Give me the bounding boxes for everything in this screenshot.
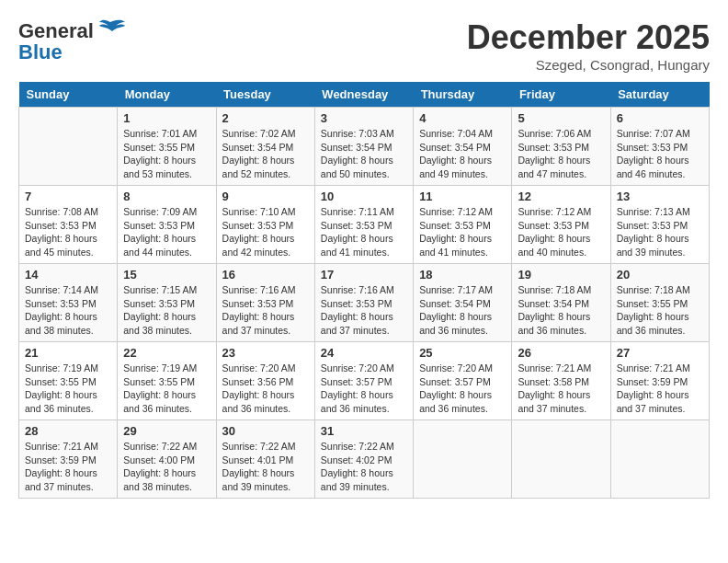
calendar-cell: 24Sunrise: 7:20 AM Sunset: 3:57 PM Dayli… [314, 342, 413, 420]
day-info: Sunrise: 7:03 AM Sunset: 3:54 PM Dayligh… [321, 127, 407, 181]
day-number: 20 [617, 268, 703, 282]
day-info: Sunrise: 7:04 AM Sunset: 3:54 PM Dayligh… [419, 127, 506, 181]
day-info: Sunrise: 7:08 AM Sunset: 3:53 PM Dayligh… [25, 205, 111, 259]
calendar-cell: 12Sunrise: 7:12 AM Sunset: 3:53 PM Dayli… [512, 186, 610, 264]
day-info: Sunrise: 7:22 AM Sunset: 4:00 PM Dayligh… [123, 440, 210, 494]
day-number: 23 [222, 346, 309, 360]
calendar-week-1: 1Sunrise: 7:01 AM Sunset: 3:55 PM Daylig… [19, 108, 710, 186]
day-number: 2 [222, 111, 309, 125]
day-number: 18 [419, 268, 506, 282]
calendar-cell [512, 420, 610, 499]
day-info: Sunrise: 7:16 AM Sunset: 3:53 PM Dayligh… [222, 283, 309, 338]
calendar-cell: 19Sunrise: 7:18 AM Sunset: 3:54 PM Dayli… [512, 264, 610, 342]
day-info: Sunrise: 7:22 AM Sunset: 4:02 PM Dayligh… [321, 440, 407, 494]
day-number: 10 [321, 190, 407, 203]
day-info: Sunrise: 7:10 AM Sunset: 3:53 PM Dayligh… [222, 205, 309, 259]
calendar-cell: 15Sunrise: 7:15 AM Sunset: 3:53 PM Dayli… [118, 264, 216, 342]
column-header-sunday: Sunday [19, 82, 118, 108]
day-info: Sunrise: 7:19 AM Sunset: 3:55 PM Dayligh… [123, 362, 210, 416]
calendar-cell: 29Sunrise: 7:22 AM Sunset: 4:00 PM Dayli… [118, 420, 216, 499]
calendar-week-3: 14Sunrise: 7:14 AM Sunset: 3:53 PM Dayli… [19, 264, 710, 342]
day-info: Sunrise: 7:12 AM Sunset: 3:53 PM Dayligh… [518, 205, 604, 259]
day-number: 4 [419, 111, 506, 125]
calendar-cell: 21Sunrise: 7:19 AM Sunset: 3:55 PM Dayli… [19, 342, 118, 420]
day-number: 5 [518, 111, 604, 125]
calendar-week-4: 21Sunrise: 7:19 AM Sunset: 3:55 PM Dayli… [19, 342, 710, 420]
calendar-cell: 16Sunrise: 7:16 AM Sunset: 3:53 PM Dayli… [216, 264, 314, 342]
day-number: 22 [123, 346, 210, 360]
day-info: Sunrise: 7:01 AM Sunset: 3:55 PM Dayligh… [123, 127, 210, 181]
calendar-cell: 10Sunrise: 7:11 AM Sunset: 3:53 PM Dayli… [314, 186, 413, 264]
calendar-cell: 30Sunrise: 7:22 AM Sunset: 4:01 PM Dayli… [216, 420, 314, 499]
day-info: Sunrise: 7:20 AM Sunset: 3:57 PM Dayligh… [419, 362, 506, 416]
calendar-cell [610, 420, 709, 499]
day-number: 17 [321, 268, 407, 282]
calendar-cell: 23Sunrise: 7:20 AM Sunset: 3:56 PM Dayli… [216, 342, 314, 420]
day-info: Sunrise: 7:18 AM Sunset: 3:55 PM Dayligh… [617, 283, 703, 338]
column-header-wednesday: Wednesday [314, 82, 413, 108]
day-info: Sunrise: 7:22 AM Sunset: 4:01 PM Dayligh… [222, 440, 309, 494]
location: Szeged, Csongrad, Hungary [467, 57, 710, 73]
day-number: 27 [617, 346, 703, 360]
calendar-body: 1Sunrise: 7:01 AM Sunset: 3:55 PM Daylig… [19, 108, 710, 499]
logo-bird-icon [94, 18, 127, 44]
calendar-cell: 2Sunrise: 7:02 AM Sunset: 3:54 PM Daylig… [216, 108, 314, 186]
calendar-cell: 31Sunrise: 7:22 AM Sunset: 4:02 PM Dayli… [314, 420, 413, 499]
day-number: 30 [222, 424, 309, 438]
day-info: Sunrise: 7:21 AM Sunset: 3:59 PM Dayligh… [617, 362, 703, 416]
day-info: Sunrise: 7:09 AM Sunset: 3:53 PM Dayligh… [123, 205, 210, 259]
day-info: Sunrise: 7:06 AM Sunset: 3:53 PM Dayligh… [518, 127, 604, 181]
calendar-cell: 8Sunrise: 7:09 AM Sunset: 3:53 PM Daylig… [118, 186, 216, 264]
calendar-cell: 13Sunrise: 7:13 AM Sunset: 3:53 PM Dayli… [610, 186, 709, 264]
calendar-cell: 14Sunrise: 7:14 AM Sunset: 3:53 PM Dayli… [19, 264, 118, 342]
day-number: 11 [419, 190, 506, 203]
day-info: Sunrise: 7:20 AM Sunset: 3:56 PM Dayligh… [222, 362, 309, 416]
day-number: 7 [25, 190, 111, 203]
day-number: 26 [518, 346, 604, 360]
calendar-cell [414, 420, 512, 499]
day-info: Sunrise: 7:18 AM Sunset: 3:54 PM Dayligh… [518, 283, 604, 338]
day-info: Sunrise: 7:21 AM Sunset: 3:59 PM Dayligh… [25, 440, 111, 494]
column-header-friday: Friday [512, 82, 610, 108]
day-number: 31 [321, 424, 407, 438]
day-info: Sunrise: 7:11 AM Sunset: 3:53 PM Dayligh… [321, 205, 407, 259]
day-number: 3 [321, 111, 407, 125]
logo: General Blue [18, 18, 127, 64]
calendar-cell: 17Sunrise: 7:16 AM Sunset: 3:53 PM Dayli… [314, 264, 413, 342]
calendar-week-5: 28Sunrise: 7:21 AM Sunset: 3:59 PM Dayli… [19, 420, 710, 499]
calendar-cell: 5Sunrise: 7:06 AM Sunset: 3:53 PM Daylig… [512, 108, 610, 186]
calendar-cell: 9Sunrise: 7:10 AM Sunset: 3:53 PM Daylig… [216, 186, 314, 264]
calendar-cell: 25Sunrise: 7:20 AM Sunset: 3:57 PM Dayli… [414, 342, 512, 420]
day-number: 19 [518, 268, 604, 282]
calendar-table: SundayMondayTuesdayWednesdayThursdayFrid… [18, 82, 710, 499]
column-header-thursday: Thursday [414, 82, 512, 108]
day-number: 12 [518, 190, 604, 203]
page-header: General Blue December 2025 Szeged, Csong… [18, 18, 710, 73]
day-number: 21 [25, 346, 111, 360]
day-info: Sunrise: 7:19 AM Sunset: 3:55 PM Dayligh… [25, 362, 111, 416]
calendar-cell: 18Sunrise: 7:17 AM Sunset: 3:54 PM Dayli… [414, 264, 512, 342]
day-info: Sunrise: 7:12 AM Sunset: 3:53 PM Dayligh… [419, 205, 506, 259]
day-info: Sunrise: 7:14 AM Sunset: 3:53 PM Dayligh… [25, 283, 111, 338]
day-number: 14 [25, 268, 111, 282]
day-number: 8 [123, 190, 210, 203]
day-info: Sunrise: 7:13 AM Sunset: 3:53 PM Dayligh… [617, 205, 703, 259]
calendar-cell: 1Sunrise: 7:01 AM Sunset: 3:55 PM Daylig… [118, 108, 216, 186]
day-info: Sunrise: 7:17 AM Sunset: 3:54 PM Dayligh… [419, 283, 506, 338]
day-info: Sunrise: 7:20 AM Sunset: 3:57 PM Dayligh… [321, 362, 407, 416]
calendar-cell: 28Sunrise: 7:21 AM Sunset: 3:59 PM Dayli… [19, 420, 118, 499]
column-header-tuesday: Tuesday [216, 82, 314, 108]
day-info: Sunrise: 7:02 AM Sunset: 3:54 PM Dayligh… [222, 127, 309, 181]
day-number: 13 [617, 190, 703, 203]
day-number: 28 [25, 424, 111, 438]
day-number: 6 [617, 111, 703, 125]
day-info: Sunrise: 7:07 AM Sunset: 3:53 PM Dayligh… [617, 127, 703, 181]
calendar-cell [19, 108, 118, 186]
day-info: Sunrise: 7:21 AM Sunset: 3:58 PM Dayligh… [518, 362, 604, 416]
day-info: Sunrise: 7:15 AM Sunset: 3:53 PM Dayligh… [123, 283, 210, 338]
month-title: December 2025 [467, 18, 710, 57]
column-header-saturday: Saturday [610, 82, 709, 108]
day-number: 9 [222, 190, 309, 203]
calendar-week-2: 7Sunrise: 7:08 AM Sunset: 3:53 PM Daylig… [19, 186, 710, 264]
calendar-cell: 6Sunrise: 7:07 AM Sunset: 3:53 PM Daylig… [610, 108, 709, 186]
